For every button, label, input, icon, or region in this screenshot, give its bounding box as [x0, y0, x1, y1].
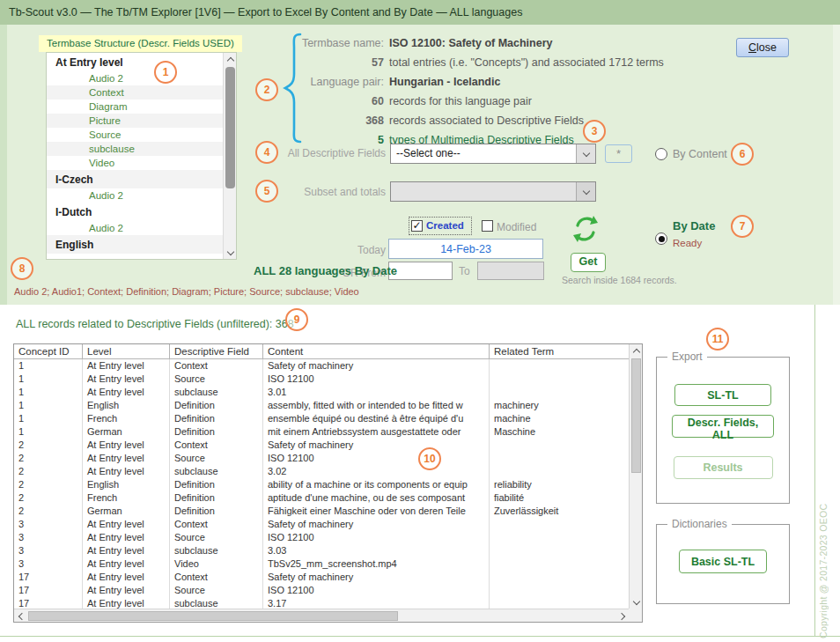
table-row[interactable]: 2At Entry levelContextSafety of machiner… — [14, 439, 629, 452]
structure-item-picture[interactable]: Picture — [47, 114, 223, 128]
structure-item-i-czech[interactable]: I-Czech — [47, 170, 223, 188]
records-table[interactable]: Concept IDLevelDescriptive FieldContentR… — [13, 343, 643, 623]
created-label[interactable]: Created — [426, 220, 464, 231]
table-vertical-scrollbar[interactable] — [629, 344, 642, 609]
structure-item-source[interactable]: Source — [47, 128, 223, 142]
table-row[interactable]: 1At Entry levelSourceISO 12100 — [14, 373, 629, 386]
export-panel: Export SL-TLDescr. Fields, ALLResults — [656, 351, 790, 504]
checkmark-icon: ✓ — [412, 219, 421, 232]
table-cell: Definition — [170, 505, 263, 518]
table-row[interactable]: 2At Entry levelsubclause3.02 — [14, 465, 629, 478]
annotation-circle-9: 9 — [285, 308, 308, 331]
info-value: total entries (i.e. "Concepts") and asso… — [389, 53, 664, 72]
table-cell: At Entry level — [83, 452, 170, 465]
by-date-radio[interactable] — [655, 232, 667, 245]
basic-sl-tl-button[interactable]: Basic SL-TL — [679, 550, 767, 573]
table-cell — [490, 518, 629, 531]
today-date-input[interactable] — [388, 239, 543, 259]
info-value: ISO 12100: Safety of Machinery — [389, 33, 553, 53]
scrollbar-thumb[interactable] — [631, 358, 641, 473]
asterisk-button[interactable]: * — [605, 144, 632, 163]
scrollbar-thumb[interactable] — [225, 67, 235, 188]
structure-item-audio-2[interactable]: Audio 2 — [47, 221, 223, 235]
scroll-up-icon[interactable] — [630, 344, 643, 357]
table-cell: 3 — [14, 544, 83, 557]
scroll-down-icon[interactable] — [630, 596, 643, 609]
scroll-up-icon[interactable] — [224, 53, 237, 65]
table-row[interactable]: 3At Entry levelVideoTbSv25_mm_screenshot… — [14, 557, 629, 571]
scroll-left-icon[interactable] — [14, 609, 26, 623]
table-row[interactable]: 2At Entry levelSourceISO 12100 — [14, 452, 629, 465]
table-cell: Maschine — [490, 425, 629, 439]
table-cell: Video — [170, 557, 263, 571]
structure-item-audio-2[interactable]: Audio 2 — [47, 188, 223, 203]
table-row[interactable]: 3At Entry levelContextSafety of machiner… — [14, 518, 629, 531]
table-row[interactable]: 17At Entry levelSourceISO 12100 — [14, 584, 629, 597]
table-row[interactable]: 1At Entry levelContextSafety of machiner… — [14, 359, 629, 373]
table-row[interactable]: 3At Entry levelSourceISO 12100 — [14, 531, 629, 544]
window-left-edge — [0, 25, 7, 305]
close-button[interactable]: Close — [736, 38, 789, 57]
get-button[interactable]: Get — [571, 253, 606, 272]
table-row[interactable]: 1At Entry levelsubclause3.01 — [14, 386, 629, 399]
scroll-down-icon[interactable] — [224, 247, 237, 259]
modified-checkbox[interactable] — [482, 220, 493, 232]
table-cell: Definition — [170, 491, 263, 505]
table-cell: 2 — [14, 505, 83, 518]
to-date-input[interactable] — [477, 262, 544, 280]
table-row[interactable]: 1FrenchDefinitionensemble équipé ou dest… — [14, 412, 629, 425]
structure-item-context[interactable]: Context — [47, 85, 223, 100]
info-label: 368 — [299, 111, 384, 130]
table-row[interactable]: 2FrenchDefinitionaptitude d'une machine,… — [14, 491, 629, 505]
table-row[interactable]: 17At Entry levelContextSafety of machine… — [14, 571, 629, 584]
by-date-label[interactable]: By Date — [673, 219, 715, 232]
table-row[interactable]: 1EnglishDefinitionassembly, fitted with … — [14, 399, 629, 412]
structure-item-at-entry-level[interactable]: At Entry level — [47, 53, 223, 71]
table-cell: Context — [170, 518, 263, 531]
chevron-down-icon[interactable] — [576, 182, 595, 201]
modified-label[interactable]: Modified — [497, 221, 536, 233]
structure-item-i-dutch[interactable]: I-Dutch — [47, 203, 223, 221]
structure-item-diagram[interactable]: Diagram — [47, 100, 223, 114]
scrollbar-thumb[interactable] — [28, 611, 398, 621]
table-cell: 1 — [14, 399, 83, 412]
structure-item-video[interactable]: Video — [47, 156, 223, 170]
table-row[interactable]: 2EnglishDefinitionability of a machine o… — [14, 478, 629, 491]
from-date-input[interactable] — [388, 262, 453, 280]
info-label: Language pair: — [299, 72, 384, 92]
structure-item-audio-2[interactable]: Audio 2 — [47, 71, 223, 85]
descriptive-fields-dropdown[interactable]: --Select one-- — [390, 144, 596, 164]
sl-tl-button[interactable]: SL-TL — [674, 384, 771, 406]
column-header: Level — [83, 344, 170, 358]
annotation-circle-10: 10 — [418, 447, 441, 470]
table-cell: 3 — [14, 557, 83, 571]
table-horizontal-scrollbar[interactable] — [14, 609, 629, 622]
export-buttons: SL-TLDescr. Fields, ALLResults — [657, 363, 789, 479]
refresh-icon[interactable] — [571, 214, 601, 244]
structure-item-subclause[interactable]: subclause — [47, 142, 223, 156]
table-row[interactable]: 17At Entry levelsubclause3.17 — [14, 597, 629, 609]
subset-dropdown[interactable] — [390, 181, 596, 202]
structure-listbox[interactable]: At Entry levelAudio 2ContextDiagramPictu… — [46, 52, 237, 260]
table-cell: 2 — [14, 478, 83, 491]
by-content-label[interactable]: By Content — [673, 148, 727, 160]
table-cell: reliability — [490, 478, 629, 491]
table-cell: Definition — [170, 412, 263, 425]
table-row[interactable]: 3At Entry levelsubclause3.03 — [14, 544, 629, 557]
table-cell: At Entry level — [83, 544, 170, 557]
structure-list-scrollbar[interactable] — [223, 53, 236, 259]
table-row[interactable]: 1GermanDefinitionmit einem Antriebssyste… — [14, 425, 629, 439]
table-row[interactable]: 2GermanDefinitionFähigkeit einer Maschin… — [14, 505, 629, 518]
descr-fields-all-button[interactable]: Descr. Fields, ALL — [672, 415, 774, 438]
structure-item-english[interactable]: English — [47, 235, 223, 254]
results-button[interactable]: Results — [674, 456, 773, 479]
table-cell — [490, 465, 629, 478]
table-cell: Context — [170, 571, 263, 584]
scroll-right-icon[interactable] — [616, 609, 629, 623]
created-checkbox[interactable]: ✓ — [411, 220, 423, 232]
table-cell: subclause — [170, 465, 263, 478]
by-content-radio[interactable] — [655, 148, 667, 160]
chevron-down-icon[interactable] — [576, 144, 595, 163]
table-cell: 1 — [14, 386, 83, 399]
table-cell: ISO 12100 — [263, 531, 490, 544]
